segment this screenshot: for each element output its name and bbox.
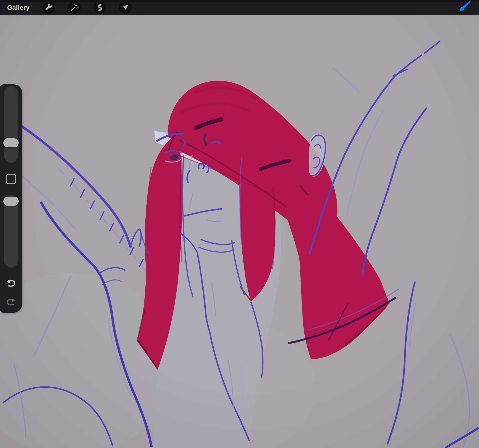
top-toolbar: Gallery — [0, 0, 479, 15]
paint-brush-tool-button[interactable] — [456, 0, 472, 15]
hatched-seam — [60, 169, 145, 270]
redo-arrow-icon — [6, 305, 17, 309]
brush-size-handle[interactable] — [3, 138, 19, 147]
drawing-canvas[interactable] — [0, 0, 479, 448]
artwork-sketch — [0, 0, 479, 448]
actions-button[interactable] — [42, 1, 55, 14]
armpit-folds — [99, 267, 125, 274]
adjustments-button[interactable] — [68, 1, 81, 14]
transform-button[interactable] — [119, 1, 132, 14]
adjustments-magic-wand-icon — [69, 2, 79, 13]
undo-arrow-icon — [6, 287, 17, 290]
sidebar-toolbar — [0, 84, 22, 313]
selection-s-icon — [95, 2, 105, 13]
selection-button[interactable] — [93, 1, 106, 14]
gallery-button[interactable]: Gallery — [7, 0, 30, 15]
redo-button[interactable] — [6, 297, 17, 308]
paint-brush-icon — [457, 0, 472, 15]
opacity-slider[interactable] — [4, 195, 18, 267]
opacity-handle[interactable] — [3, 197, 19, 206]
actions-wrench-icon — [44, 2, 54, 13]
modify-square-button[interactable] — [6, 174, 16, 184]
undo-button[interactable] — [6, 278, 17, 289]
brush-size-slider[interactable] — [4, 86, 18, 163]
transform-arrow-icon — [120, 2, 130, 13]
